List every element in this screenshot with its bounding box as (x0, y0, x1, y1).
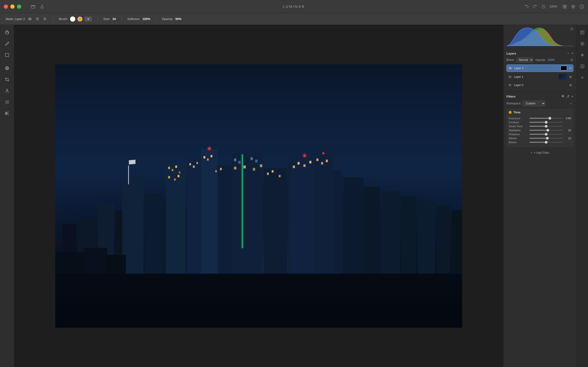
redo-icon[interactable] (532, 4, 538, 9)
brush-white-circle[interactable] (70, 17, 75, 22)
size-label: Size: (103, 17, 110, 21)
svg-rect-67 (189, 163, 191, 165)
blacks-track[interactable] (529, 142, 563, 143)
mask-settings-icon[interactable] (42, 17, 48, 22)
svg-point-106 (510, 68, 511, 69)
softness-section: Softness: 100% (127, 17, 150, 21)
right-tools (576, 25, 588, 367)
layer-item-1[interactable]: Layer 1 ⚙ (506, 73, 573, 81)
crop-tool[interactable] (2, 74, 12, 85)
right-tool-3[interactable] (577, 50, 588, 60)
svg-point-22 (5, 112, 6, 113)
smarttone-track[interactable] (529, 126, 563, 127)
circle-tool[interactable] (2, 63, 12, 73)
opacity-label: Opacity: (162, 17, 173, 21)
layer-eye-2[interactable] (508, 66, 512, 70)
shadows-thumb[interactable] (545, 133, 547, 136)
svg-rect-5 (565, 7, 566, 8)
filters-tune-icon[interactable] (561, 94, 564, 99)
hand-tool[interactable] (2, 27, 12, 38)
canvas-area[interactable] (14, 25, 503, 367)
undo-icon[interactable] (524, 4, 529, 9)
svg-rect-71 (207, 158, 209, 161)
maximize-button[interactable] (17, 4, 21, 9)
exposure-thumb[interactable] (548, 117, 551, 120)
svg-rect-39 (175, 166, 177, 168)
svg-rect-69 (196, 162, 198, 164)
history-icon[interactable] (541, 4, 546, 9)
close-button[interactable] (4, 4, 8, 9)
scissors-tool[interactable] (2, 108, 12, 118)
layer-0-adjust-icon[interactable]: ⚙ (569, 83, 572, 87)
filters-refresh-icon[interactable]: ↺ (566, 94, 569, 99)
whites-thumb[interactable] (546, 137, 549, 140)
layer-item-0[interactable]: Layer 0 ⚙ (506, 82, 573, 88)
svg-rect-82 (260, 164, 262, 167)
right-tool-5[interactable] (577, 72, 588, 83)
blacks-thumb[interactable] (545, 141, 547, 144)
contrast-thumb[interactable] (545, 121, 547, 124)
layers-icon[interactable] (571, 4, 576, 9)
shadows-track[interactable] (529, 134, 563, 135)
layer-1-adjust-icon[interactable]: ⚙ (569, 75, 572, 79)
grid-icon[interactable] (562, 4, 567, 9)
toolbar-divider-1 (53, 16, 53, 22)
right-tool-1[interactable] (577, 27, 588, 38)
highlights-track[interactable] (529, 130, 563, 131)
blend-dropdown[interactable]: Normal (516, 57, 533, 63)
exposure-track[interactable] (529, 118, 563, 119)
right-panel: Layers − + Blend: Normal Opacity: 100% ⚙ (503, 25, 576, 367)
brush-orange-circle[interactable] (78, 17, 82, 21)
pen-tool[interactable] (2, 39, 12, 49)
workspace-dropdown-wrap: Custom Landscape Portrait (523, 101, 573, 106)
svg-rect-91 (321, 162, 323, 165)
layer-item-2[interactable]: Layer 2 ⚙ (506, 64, 573, 72)
opacity-value[interactable]: 100% (547, 58, 555, 62)
svg-rect-83 (267, 173, 269, 175)
add-filter-btn[interactable]: + + Add Filter (506, 149, 573, 156)
svg-point-17 (7, 102, 7, 102)
svg-rect-86 (293, 166, 295, 168)
highlights-thumb[interactable] (546, 129, 549, 132)
rect-tool[interactable] (2, 50, 12, 60)
layer-2-adjust-icon[interactable]: ⚙ (569, 67, 572, 70)
layers-gear-icon[interactable]: ⚙ (570, 58, 573, 62)
grid-dots-tool[interactable] (2, 97, 12, 107)
mask-delete-icon[interactable] (35, 17, 40, 22)
svg-rect-79 (234, 167, 236, 169)
layer-eye-1[interactable] (508, 75, 512, 79)
folder-icon[interactable] (31, 4, 36, 9)
right-tool-2[interactable] (577, 39, 588, 49)
toolbar: Mask: Layer 2 Brush: ▼ Size: 34 Softness… (0, 13, 588, 25)
smarttone-thumb[interactable] (545, 125, 547, 128)
share-icon[interactable] (40, 4, 45, 9)
svg-point-23 (5, 114, 6, 115)
panel-icon[interactable] (579, 4, 584, 9)
whites-track[interactable] (529, 138, 563, 139)
svg-rect-76 (238, 161, 241, 164)
svg-rect-80 (244, 166, 246, 168)
layer-eye-0[interactable] (508, 83, 512, 87)
tone-filter-header[interactable]: Tone (506, 108, 573, 116)
layers-plus-btn[interactable]: + (571, 51, 573, 56)
svg-rect-10 (5, 53, 9, 57)
right-tool-4[interactable] (577, 61, 588, 71)
svg-rect-2 (563, 5, 564, 6)
layer-2-name: Layer 2 (514, 67, 559, 70)
zoom-label: 100% (549, 5, 559, 8)
contrast-track[interactable] (529, 122, 563, 123)
layers-minus-btn[interactable]: − (567, 51, 569, 56)
exposure-value: 0.69 (564, 117, 571, 120)
filters-plus-btn[interactable]: + (571, 94, 573, 99)
person-tool[interactable] (2, 86, 12, 96)
mask-eye-icon[interactable] (27, 17, 33, 22)
svg-point-9 (44, 19, 45, 19)
workspace-dropdown[interactable]: Custom Landscape Portrait (523, 101, 546, 106)
histogram-chart (506, 27, 573, 46)
svg-rect-38 (172, 169, 173, 171)
minimize-button[interactable] (10, 4, 15, 9)
app-title: LUMINAR (283, 4, 305, 8)
brush-dropdown[interactable]: ▼ (85, 17, 92, 21)
softness-value: 100% (143, 17, 150, 21)
svg-rect-70 (203, 156, 205, 158)
